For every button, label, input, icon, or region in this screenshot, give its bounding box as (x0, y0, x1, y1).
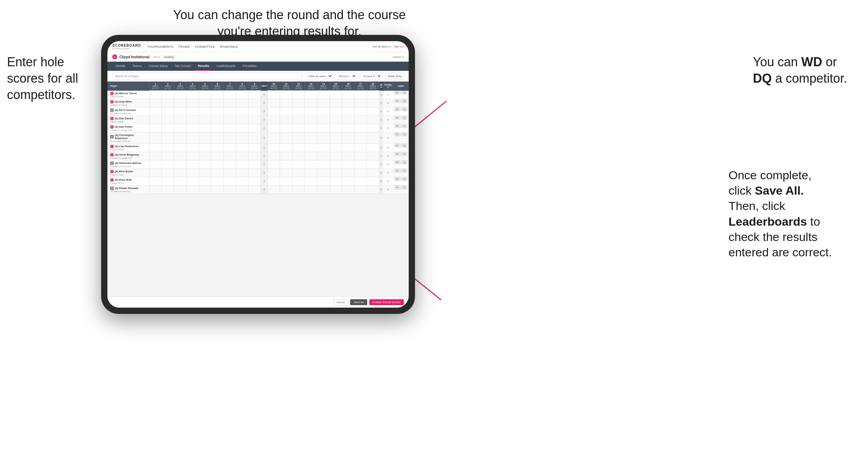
score-input-h8[interactable] (236, 124, 248, 132)
score-input-h18[interactable] (367, 186, 379, 194)
score-input-h16[interactable] (342, 177, 354, 185)
score-input-h3[interactable] (174, 107, 187, 115)
score-h5[interactable] (199, 107, 211, 115)
score-input-h2[interactable] (162, 99, 174, 107)
score-h14[interactable] (317, 99, 330, 107)
score-h7[interactable] (224, 160, 236, 168)
score-input-h2[interactable] (162, 124, 174, 132)
score-h16[interactable] (342, 124, 355, 132)
score-input-h7[interactable] (224, 99, 236, 107)
score-input-h15[interactable] (330, 116, 342, 124)
score-h6[interactable] (211, 99, 224, 107)
wd-button[interactable]: WD (394, 177, 401, 181)
score-h18[interactable] (367, 177, 379, 185)
score-input-h4[interactable] (187, 144, 199, 152)
filter-team-select[interactable]: Filter by team (305, 73, 333, 80)
score-h11[interactable] (280, 99, 293, 107)
dq-button[interactable]: DQ (401, 124, 408, 128)
wd-button[interactable]: WD (394, 107, 401, 111)
score-input-h1[interactable] (150, 186, 162, 194)
score-h11[interactable] (280, 160, 293, 168)
score-input-h14[interactable] (317, 152, 330, 160)
tab-tee-groups[interactable]: Tee Groups (171, 62, 195, 71)
score-input-h16[interactable] (342, 107, 354, 115)
score-input-h11[interactable] (280, 177, 292, 185)
score-input-h3[interactable] (174, 177, 187, 185)
score-input-h6[interactable] (211, 124, 224, 132)
tab-teams[interactable]: Teams (129, 62, 145, 71)
score-input-h18[interactable] (367, 91, 379, 99)
score-h8[interactable] (236, 152, 249, 160)
score-input-h11[interactable] (280, 91, 292, 99)
score-input-h14[interactable] (317, 177, 330, 185)
score-h10[interactable] (267, 177, 280, 185)
score-input-h15[interactable] (330, 152, 342, 160)
score-input-h11[interactable] (280, 133, 292, 143)
score-input-h10[interactable] (268, 169, 280, 177)
score-input-h10[interactable] (268, 144, 280, 152)
score-h1[interactable] (149, 91, 162, 99)
score-h11[interactable] (280, 185, 293, 194)
score-input-h15[interactable] (330, 177, 342, 185)
score-h8[interactable] (236, 168, 249, 177)
score-h14[interactable] (317, 107, 330, 115)
score-input-h14[interactable] (317, 124, 330, 132)
score-h8[interactable] (236, 91, 249, 99)
score-input-h2[interactable] (162, 107, 174, 115)
score-h8[interactable] (236, 185, 249, 194)
score-input-h11[interactable] (280, 160, 292, 168)
score-h16[interactable] (342, 160, 355, 168)
score-h3[interactable] (174, 160, 187, 168)
score-h5[interactable] (199, 132, 211, 143)
score-input-h10[interactable] (268, 186, 280, 194)
score-input-h17[interactable] (355, 99, 367, 107)
score-input-h14[interactable] (317, 116, 330, 124)
score-h17[interactable] (354, 152, 367, 160)
score-input-h2[interactable] (162, 186, 174, 194)
score-h10[interactable] (267, 160, 280, 168)
score-input-h3[interactable] (174, 144, 187, 152)
score-input-h12[interactable] (293, 107, 305, 115)
score-input-h17[interactable] (355, 107, 367, 115)
score-h4[interactable] (187, 152, 199, 160)
score-h1[interactable] (149, 177, 162, 185)
score-h17[interactable] (354, 91, 367, 99)
score-h8[interactable] (236, 132, 249, 143)
score-h7[interactable] (224, 143, 236, 152)
score-h8[interactable] (236, 107, 249, 115)
score-h14[interactable] (317, 168, 330, 177)
dq-button[interactable]: DQ (401, 133, 408, 136)
score-h15[interactable] (330, 143, 342, 152)
score-input-h6[interactable] (211, 116, 224, 124)
score-h12[interactable] (292, 91, 305, 99)
score-input-h8[interactable] (236, 133, 248, 143)
score-input-h11[interactable] (280, 116, 292, 124)
score-h1[interactable] (149, 132, 162, 143)
score-h1[interactable] (149, 168, 162, 177)
score-h14[interactable] (317, 132, 330, 143)
score-input-h3[interactable] (174, 160, 187, 168)
score-h1[interactable] (149, 99, 162, 107)
score-input-h3[interactable] (174, 124, 187, 132)
score-h13[interactable] (305, 91, 317, 99)
score-h15[interactable] (330, 124, 342, 132)
score-h7[interactable] (224, 91, 236, 99)
score-h15[interactable] (330, 177, 342, 185)
score-input-h10[interactable] (268, 133, 280, 143)
score-h3[interactable] (174, 152, 187, 160)
wd-button[interactable]: WD (394, 160, 401, 164)
wd-button[interactable]: WD (394, 124, 401, 128)
score-input-h8[interactable] (236, 160, 248, 168)
score-input-h8[interactable] (236, 186, 248, 194)
wd-button[interactable]: WD (394, 91, 401, 95)
score-input-h16[interactable] (342, 124, 354, 132)
score-input-h10[interactable] (268, 91, 280, 99)
score-h2[interactable] (162, 177, 174, 185)
score-h5[interactable] (199, 185, 211, 194)
score-input-h2[interactable] (162, 169, 174, 177)
nav-committee[interactable]: COMMITTEE (195, 45, 216, 48)
score-input-h18[interactable] (367, 107, 379, 115)
score-input-h9[interactable] (249, 144, 261, 152)
score-input-h8[interactable] (236, 99, 248, 107)
score-input-h8[interactable] (236, 144, 248, 152)
